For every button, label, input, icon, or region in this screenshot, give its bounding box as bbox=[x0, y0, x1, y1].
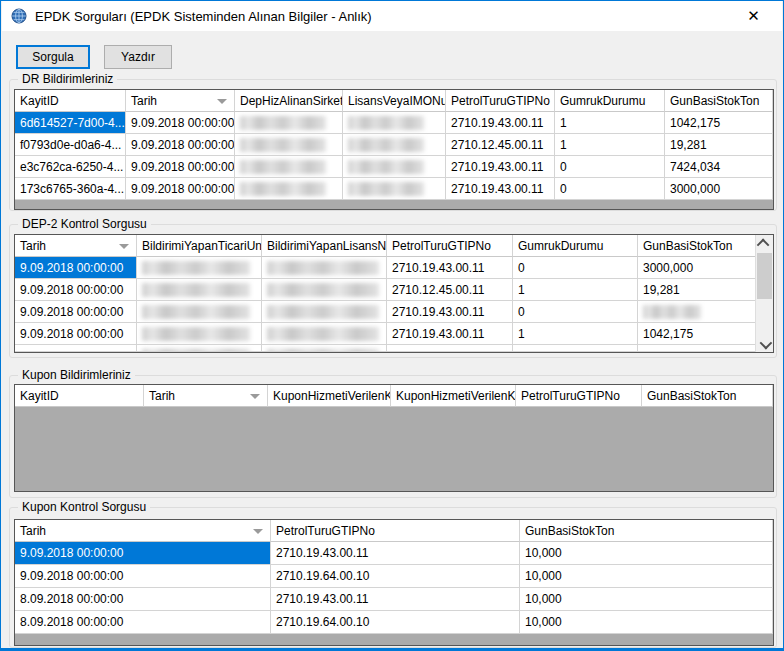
table-cell[interactable] bbox=[262, 323, 387, 345]
scroll-down-button[interactable] bbox=[756, 336, 773, 352]
redacted-cell-content bbox=[348, 116, 424, 130]
table-cell[interactable]: 0 bbox=[513, 345, 638, 352]
table-cell[interactable] bbox=[343, 112, 446, 134]
table-cell[interactable]: 8.09.2018 00:00:00 bbox=[15, 588, 271, 611]
close-button[interactable]: ✕ bbox=[731, 1, 776, 30]
column-header[interactable]: PetrolTuruGTIPNo bbox=[516, 385, 642, 407]
table-cell[interactable]: 173c6765-360a-4... bbox=[15, 178, 126, 200]
column-header[interactable]: Tarih bbox=[15, 520, 271, 542]
table-cell[interactable]: 6d614527-7d00-4... bbox=[15, 112, 126, 134]
column-header[interactable]: DepHizAlinanSirketUr bbox=[235, 90, 343, 112]
table-cell[interactable] bbox=[343, 156, 446, 178]
table-cell[interactable]: 9.09.2018 00:00:00 bbox=[126, 112, 235, 134]
table-cell[interactable]: 2710.12.45.00.11 bbox=[446, 134, 555, 156]
table-cell[interactable]: 2710.19.43.00.11 bbox=[446, 156, 555, 178]
table-cell[interactable]: 0 bbox=[513, 257, 638, 279]
table-cell[interactable]: 10,000 bbox=[520, 542, 773, 565]
table-cell[interactable]: 9.09.2018 00:00:00 bbox=[15, 345, 137, 352]
table-cell[interactable]: 9.09.2018 00:00:00 bbox=[126, 134, 235, 156]
column-header[interactable]: GunBasiStokTon bbox=[638, 235, 756, 257]
column-header[interactable]: GumrukDurumu bbox=[513, 235, 638, 257]
table-cell[interactable] bbox=[638, 301, 756, 323]
table-cell[interactable] bbox=[235, 134, 343, 156]
table-cell[interactable] bbox=[343, 178, 446, 200]
scroll-up-button[interactable] bbox=[756, 235, 773, 251]
table-cell[interactable]: 2710.19.43.00.11 bbox=[387, 345, 513, 352]
column-header[interactable]: BildirimiYapanLisansNo bbox=[262, 235, 387, 257]
table-cell[interactable]: 9.09.2018 00:00:00 bbox=[126, 156, 235, 178]
table-cell[interactable]: 2710.19.43.00.11 bbox=[387, 323, 513, 345]
column-header[interactable]: GunBasiStokTon bbox=[665, 90, 773, 112]
table-cell[interactable] bbox=[235, 156, 343, 178]
column-header[interactable]: KuponHizmetiVerilenKisin bbox=[391, 385, 516, 407]
table-cell[interactable]: 2710.19.64.00.10 bbox=[271, 565, 520, 588]
table-cell[interactable]: 10,000 bbox=[520, 588, 773, 611]
table-cell[interactable]: 19,281 bbox=[665, 134, 773, 156]
column-header[interactable]: KuponHizmetiVerilenKisin bbox=[268, 385, 391, 407]
table-cell[interactable]: e3c762ca-6250-4... bbox=[15, 156, 126, 178]
table-cell[interactable]: 2710.19.43.00.11 bbox=[446, 112, 555, 134]
table-cell[interactable]: 10,000 bbox=[520, 565, 773, 588]
column-header[interactable]: PetrolTuruGTIPNo bbox=[387, 235, 513, 257]
table-cell[interactable] bbox=[137, 345, 262, 352]
table-cell[interactable]: 3000,000 bbox=[638, 257, 756, 279]
table-cell[interactable]: 7424,034 bbox=[665, 156, 773, 178]
table-cell[interactable]: 2710.19.64.00.10 bbox=[271, 611, 520, 634]
table-cell[interactable] bbox=[343, 134, 446, 156]
scrollbar-thumb[interactable] bbox=[757, 253, 772, 299]
table-cell[interactable]: 10,000 bbox=[520, 611, 773, 634]
column-header[interactable]: Tarih bbox=[15, 235, 137, 257]
table-cell[interactable]: 3000,000 bbox=[665, 178, 773, 200]
column-header[interactable]: KayitID bbox=[15, 385, 144, 407]
table-cell[interactable]: 9.09.2018 00:00:00 bbox=[15, 257, 137, 279]
table-cell[interactable]: 9.09.2018 00:00:00 bbox=[15, 542, 271, 565]
table-cell[interactable]: 1 bbox=[513, 323, 638, 345]
table-cell[interactable] bbox=[137, 323, 262, 345]
table-cell[interactable] bbox=[235, 112, 343, 134]
table-cell[interactable]: 2710.12.45.00.11 bbox=[387, 279, 513, 301]
table-cell[interactable]: 8.09.2018 00:00:00 bbox=[15, 611, 271, 634]
table-cell[interactable]: 1 bbox=[513, 279, 638, 301]
table-cell[interactable]: 2710.19.43.00.11 bbox=[271, 542, 520, 565]
table-cell[interactable] bbox=[137, 257, 262, 279]
table-cell[interactable]: 19,281 bbox=[638, 279, 756, 301]
column-header[interactable]: LisansVeyaIMONuma bbox=[343, 90, 446, 112]
table-cell[interactable]: 1 bbox=[555, 112, 665, 134]
table-cell[interactable]: 0 bbox=[555, 156, 665, 178]
table-cell[interactable]: 2710.19.43.00.11 bbox=[387, 301, 513, 323]
table-cell[interactable]: 1 bbox=[555, 134, 665, 156]
table-cell[interactable]: f0793d0e-d0a6-4... bbox=[15, 134, 126, 156]
column-header[interactable]: Tarih bbox=[126, 90, 235, 112]
table-cell[interactable]: 0 bbox=[555, 178, 665, 200]
sorgula-button[interactable]: Sorgula bbox=[16, 45, 90, 69]
table-cell[interactable] bbox=[137, 279, 262, 301]
table-cell[interactable]: 9.09.2018 00:00:00 bbox=[15, 565, 271, 588]
table-cell[interactable]: 9.09.2018 00:00:00 bbox=[15, 323, 137, 345]
table-cell[interactable]: 9.09.2018 00:00:00 bbox=[15, 301, 137, 323]
table-cell[interactable]: 2710.19.43.00.11 bbox=[446, 178, 555, 200]
vertical-scrollbar[interactable] bbox=[755, 235, 773, 352]
table-cell[interactable] bbox=[262, 257, 387, 279]
table-cell[interactable]: 1042,175 bbox=[665, 112, 773, 134]
column-header[interactable]: GumrukDurumu bbox=[555, 90, 665, 112]
column-header[interactable]: BildirimiYapanTicariUnva bbox=[137, 235, 262, 257]
table-cell[interactable]: 1042,175 bbox=[638, 323, 756, 345]
column-header[interactable]: KayitID bbox=[15, 90, 126, 112]
column-header[interactable]: Tarih bbox=[144, 385, 268, 407]
table-cell[interactable] bbox=[262, 345, 387, 352]
table-cell[interactable]: 2710.19.43.00.11 bbox=[271, 588, 520, 611]
column-header[interactable]: PetrolTuruGTIPNo bbox=[446, 90, 555, 112]
table-cell[interactable] bbox=[262, 279, 387, 301]
yazdir-button[interactable]: Yazdır bbox=[104, 45, 172, 69]
table-cell[interactable]: 9.09.2018 00:00:00 bbox=[126, 178, 235, 200]
table-cell[interactable] bbox=[262, 301, 387, 323]
table-cell[interactable]: 9.09.2018 00:00:00 bbox=[15, 279, 137, 301]
column-header[interactable]: GunBasiStokTon bbox=[642, 385, 773, 407]
table-cell[interactable]: 2710.19.43.00.11 bbox=[387, 257, 513, 279]
column-header[interactable]: GunBasiStokTon bbox=[520, 520, 773, 542]
table-cell[interactable] bbox=[137, 301, 262, 323]
column-header[interactable]: PetrolTuruGTIPNo bbox=[271, 520, 520, 542]
table-cell[interactable] bbox=[235, 178, 343, 200]
table-cell[interactable]: 0 bbox=[513, 301, 638, 323]
table-cell[interactable]: 3000,000 bbox=[638, 345, 756, 352]
